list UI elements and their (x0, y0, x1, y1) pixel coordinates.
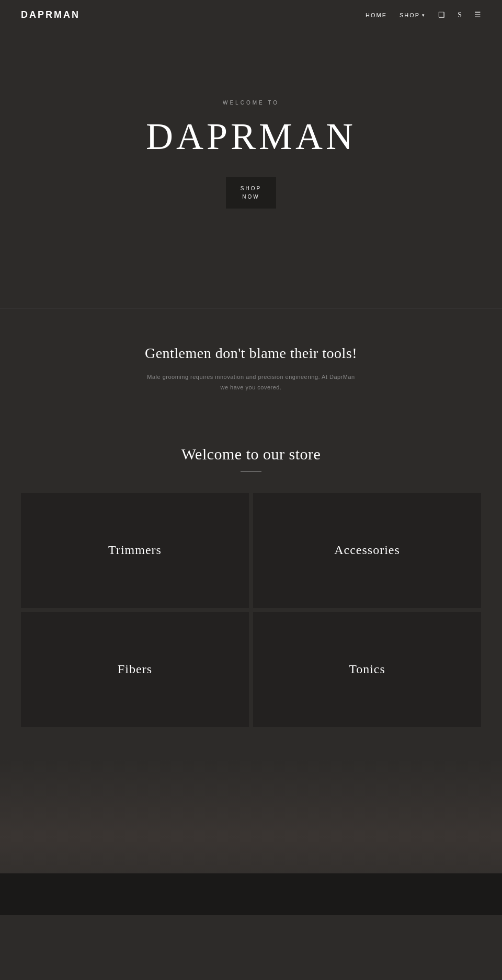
hero-welcome-text: WELCOME TO (223, 100, 279, 106)
product-card-accessories[interactable]: Accessories (253, 493, 481, 608)
product-label-tonics: Tonics (349, 662, 385, 676)
menu-icon[interactable]: ☰ (474, 10, 481, 19)
header: DAPRMAN HOME SHOP ▾ ❑ S ☰ (0, 0, 502, 30)
nav: HOME SHOP ▾ ❑ S ☰ (366, 10, 481, 19)
store-title: Welcome to our store (21, 445, 481, 463)
search-icon[interactable]: S (458, 11, 462, 19)
store-section: Welcome to our store Trimmers Accessorie… (0, 419, 502, 758)
hero-section: WELCOME TO DAPRMAN SHOP NOW (0, 0, 502, 308)
product-card-fibers[interactable]: Fibers (21, 612, 249, 727)
product-label-accessories: Accessories (334, 543, 400, 557)
footer-bar (0, 873, 502, 915)
store-divider (241, 471, 261, 472)
tagline-headline: Gentlemen don't blame their tools! (21, 345, 481, 362)
bottom-section (0, 758, 502, 915)
tagline-subtext: Male grooming requires innovation and pr… (21, 372, 481, 393)
tagline-section: Gentlemen don't blame their tools! Male … (0, 308, 502, 419)
product-label-fibers: Fibers (118, 662, 152, 676)
product-grid: Trimmers Accessories Fibers Tonics (21, 493, 481, 727)
shop-now-button[interactable]: SHOP NOW (226, 177, 276, 209)
chevron-down-icon: ▾ (422, 13, 426, 18)
nav-home[interactable]: HOME (366, 12, 387, 18)
logo[interactable]: DAPRMAN (21, 9, 80, 20)
nav-shop[interactable]: SHOP ▾ (400, 12, 426, 18)
hero-title: DAPRMAN (146, 115, 356, 158)
hero-divider (0, 308, 502, 308)
grid-icon[interactable]: ❑ (438, 10, 445, 19)
product-card-trimmers[interactable]: Trimmers (21, 493, 249, 608)
product-label-trimmers: Trimmers (108, 543, 162, 557)
product-card-tonics[interactable]: Tonics (253, 612, 481, 727)
